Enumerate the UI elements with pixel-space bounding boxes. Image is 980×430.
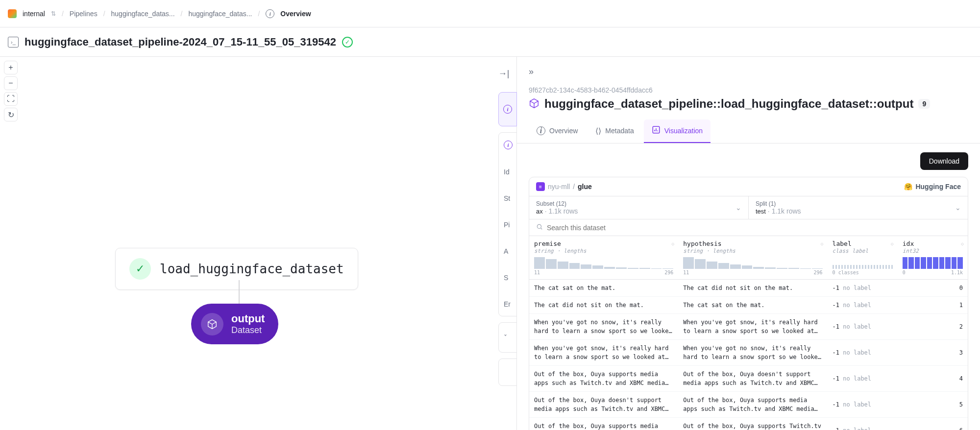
success-status-icon: ✓	[342, 37, 353, 48]
huggingface-link[interactable]: 🤗 Hugging Face	[904, 183, 961, 191]
hf-emoji-icon: 🤗	[904, 183, 912, 191]
chevron-down-icon: ⌄	[955, 204, 961, 212]
histogram-idx	[903, 257, 963, 269]
panel-collapse-row[interactable]: ˅	[498, 322, 517, 353]
side-tab[interactable]: Er	[504, 300, 516, 308]
table-row[interactable]: Out of the box, Ouya doesn't support med…	[529, 392, 968, 418]
info-icon: i	[266, 9, 274, 18]
side-tab[interactable]: Pi	[504, 221, 516, 229]
panel-info-box[interactable]: i	[498, 92, 517, 126]
run-title: huggingface_dataset_pipeline-2024_07_15-…	[24, 36, 336, 48]
top-breadcrumb-bar: internal ⇅ / Pipelines / huggingface_dat…	[0, 0, 980, 27]
breadcrumb-sep: /	[62, 10, 64, 18]
dataset-viewer: ≡ nyu-mll / glue 🤗 Hugging Face Subset (…	[529, 177, 968, 430]
data-table: premise string · lengths 11296 ◇ hypothe…	[529, 236, 968, 430]
success-check-icon: ✓	[129, 258, 151, 280]
breadcrumb-item[interactable]: huggingface_datas...	[188, 10, 252, 18]
info-icon: i	[537, 126, 545, 135]
histogram-premise	[534, 257, 673, 269]
org-switcher-icon[interactable]: ⇅	[51, 10, 56, 17]
output-node-title: output	[231, 312, 265, 325]
side-tab[interactable]: S	[504, 274, 516, 282]
sort-icon: ◇	[821, 241, 824, 246]
table-row[interactable]: Out of the box, Ouya supports media apps…	[529, 366, 968, 392]
side-tab[interactable]: i	[504, 141, 516, 149]
table-row[interactable]: When you've got no snow, it's really har…	[529, 314, 968, 340]
run-icon: ›_	[8, 37, 19, 48]
search-icon	[536, 223, 543, 232]
breadcrumb-item[interactable]: huggingface_datas...	[111, 10, 175, 18]
output-node-type: Dataset	[231, 325, 265, 335]
chart-icon	[652, 125, 661, 136]
asset-uuid: 9f627cb2-134c-4583-b462-0454ffddacc6	[529, 86, 968, 94]
table-row[interactable]: The cat did not sit on the mat.The cat s…	[529, 297, 968, 314]
chevron-down-icon: ⌄	[735, 204, 741, 212]
title-bar: ›_ huggingface_dataset_pipeline-2024_07_…	[0, 27, 980, 57]
table-row[interactable]: Out of the box, Ouya supports media apps…	[529, 418, 968, 430]
org-name[interactable]: internal	[23, 10, 45, 18]
asset-count-badge: 9	[918, 99, 930, 109]
table-row[interactable]: When you've got snow, it's really hard t…	[529, 340, 968, 366]
split-selector[interactable]: Split (1) test · 1.1k rows ⌄	[749, 196, 968, 219]
expand-panel-icon[interactable]: »	[529, 67, 539, 76]
side-tab[interactable]: Id	[504, 168, 516, 176]
search-input[interactable]	[547, 224, 961, 232]
zoom-in-button[interactable]: +	[4, 61, 18, 74]
column-header-premise[interactable]: premise string · lengths 11296 ◇	[529, 236, 678, 280]
op-node-label: load_huggingface_dataset	[160, 262, 344, 276]
asset-cube-icon	[529, 98, 539, 110]
canvas-toolbar: + − ⛶ ↻	[4, 61, 18, 121]
dataset-badge-icon: ≡	[536, 182, 545, 191]
side-tab[interactable]: A	[504, 247, 516, 255]
zoom-out-button[interactable]: −	[4, 76, 18, 90]
breadcrumb: / Pipelines / huggingface_datas... / hug…	[62, 9, 311, 18]
output-node[interactable]: output Dataset	[191, 304, 278, 344]
breadcrumb-pipelines[interactable]: Pipelines	[70, 10, 98, 18]
panel-footer-box	[498, 358, 517, 386]
sort-icon: ◇	[891, 241, 894, 246]
code-icon: ⟨⟩	[595, 126, 601, 136]
dataset-icon	[201, 313, 223, 335]
tab-visualization[interactable]: Visualization	[644, 119, 710, 143]
column-header-idx[interactable]: idx int32 01.1k ◇	[898, 236, 968, 280]
org-badge	[8, 9, 17, 18]
histogram-label	[833, 257, 893, 269]
breadcrumb-current: Overview	[280, 10, 311, 18]
sort-icon: ◇	[671, 241, 674, 246]
histogram-hypothesis	[683, 257, 822, 269]
detail-panel: » 9f627cb2-134c-4583-b462-0454ffddacc6 h…	[517, 57, 980, 430]
sort-icon: ◇	[961, 241, 964, 246]
column-header-label[interactable]: label class label 0 classes ◇	[828, 236, 898, 280]
detail-tabs: i Overview ⟨⟩ Metadata Visualization	[517, 119, 980, 143]
graph-canvas[interactable]: + − ⛶ ↻ →| ✓ load_huggingface_dataset ou…	[0, 57, 517, 430]
refresh-button[interactable]: ↻	[4, 108, 18, 121]
fit-screen-button[interactable]: ⛶	[4, 92, 18, 106]
column-header-hypothesis[interactable]: hypothesis string · lengths 11296 ◇	[678, 236, 827, 280]
op-node[interactable]: ✓ load_huggingface_dataset	[115, 248, 358, 290]
asset-title: huggingface_dataset_pipeline::load_huggi…	[544, 97, 913, 111]
side-tab[interactable]: St	[504, 194, 516, 202]
tab-metadata[interactable]: ⟨⟩ Metadata	[588, 119, 641, 143]
graph-edge	[239, 280, 240, 304]
subset-selector[interactable]: Subset (12) ax · 1.1k rows ⌄	[529, 196, 749, 219]
collapse-panel-icon[interactable]: →|	[497, 67, 511, 80]
dataset-path[interactable]: ≡ nyu-mll / glue	[536, 182, 592, 191]
svg-point-1	[537, 224, 541, 228]
table-row[interactable]: The cat sat on the mat.The cat did not s…	[529, 280, 968, 297]
collapsed-side-panel: i i Id St Pi A S Er ˅	[498, 92, 517, 430]
download-button[interactable]: Download	[920, 152, 968, 170]
tab-overview[interactable]: i Overview	[529, 119, 586, 143]
